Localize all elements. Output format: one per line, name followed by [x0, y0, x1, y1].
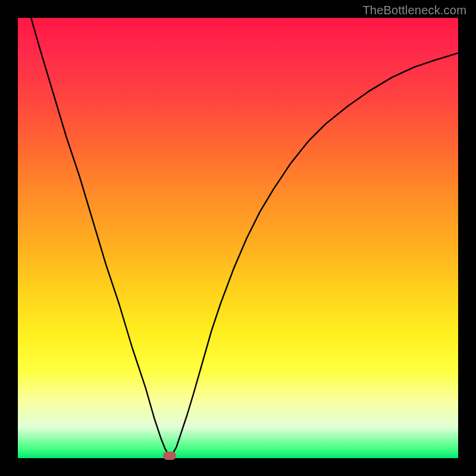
watermark-text: TheBottleneck.com — [362, 4, 466, 17]
chart-container: TheBottleneck.com — [0, 0, 476, 476]
bottleneck-curve — [31, 18, 458, 457]
curve-svg — [18, 18, 458, 458]
plot-area — [18, 18, 458, 458]
minimum-marker — [163, 452, 176, 460]
